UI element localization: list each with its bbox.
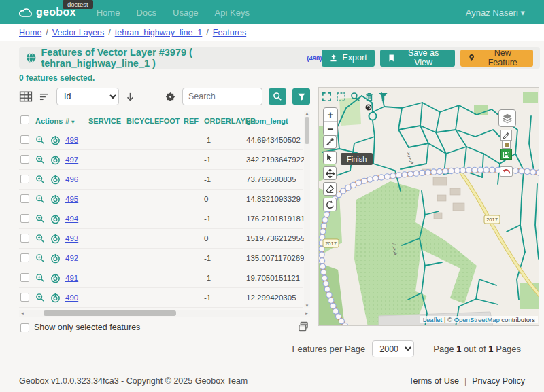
search-input[interactable] [182, 88, 262, 105]
sort-direction-icon[interactable] [125, 92, 135, 102]
feature-id-link[interactable]: 490 [65, 293, 78, 302]
zoom-to-feature-icon[interactable] [35, 273, 45, 283]
feature-vertex-marker[interactable] [343, 323, 348, 327]
col-header-id[interactable]: # ▾ [65, 117, 88, 125]
select-all-checkbox[interactable] [20, 115, 29, 124]
map-canvas[interactable]: 2017 2017 فرحزاد فرحزاد + − [318, 87, 539, 326]
locate-feature-icon[interactable] [50, 214, 61, 224]
feature-id-link[interactable]: 496 [65, 175, 78, 183]
locate-feature-icon[interactable] [50, 175, 61, 185]
zoom-in-button[interactable]: + [324, 108, 337, 122]
feature-id-link[interactable]: 495 [65, 195, 78, 203]
feature-vertex-marker[interactable] [472, 167, 477, 173]
feature-vertex-marker[interactable] [408, 171, 413, 177]
terms-of-use-link[interactable]: Terms of Use [409, 376, 459, 386]
new-feature-button[interactable]: New Feature [460, 50, 533, 67]
zoom-to-feature-icon[interactable] [35, 194, 45, 204]
show-only-selected-checkbox[interactable] [20, 323, 29, 332]
scroll-left-arrow[interactable]: ◄ [20, 311, 24, 315]
edit-geometry-button[interactable] [500, 130, 512, 141]
row-select-checkbox[interactable] [20, 135, 29, 144]
col-header-bicycle[interactable]: BICYCLE [126, 117, 159, 125]
breadcrumb-home[interactable]: Home [19, 28, 41, 37]
feature-vertex-marker[interactable] [478, 167, 483, 173]
feature-vertex-marker[interactable] [379, 175, 384, 180]
feature-vertex-marker[interactable] [530, 169, 536, 175]
layers-control-button[interactable] [498, 109, 516, 127]
feature-vertex-marker[interactable] [345, 185, 351, 190]
feature-vertex-marker[interactable] [324, 287, 330, 292]
locate-feature-icon[interactable] [50, 155, 61, 165]
feature-vertex-marker[interactable] [319, 252, 324, 257]
horizontal-scrollbar[interactable]: ◄ ► [19, 310, 310, 317]
horizontal-scroll-thumb[interactable] [44, 310, 176, 316]
row-select-checkbox[interactable] [20, 175, 29, 183]
feature-vertex-marker[interactable] [373, 175, 378, 181]
breadcrumb-features[interactable]: Features [213, 28, 246, 37]
feature-vertex-marker[interactable] [367, 177, 373, 182]
measure-tool-button[interactable] [323, 135, 337, 149]
feature-vertex-marker[interactable] [323, 281, 328, 287]
feature-vertex-marker[interactable] [390, 173, 396, 179]
breadcrumb-layer[interactable]: tehran_highway_line_1 [115, 28, 203, 37]
col-header-ref[interactable]: REF [184, 117, 204, 125]
feature-vertex-marker[interactable] [402, 172, 407, 177]
feature-vertex-marker[interactable] [443, 168, 448, 174]
col-header-actions[interactable]: Actions [35, 117, 65, 125]
feature-vertex-marker[interactable] [384, 174, 390, 179]
zoom-to-feature-icon[interactable] [35, 135, 45, 145]
feature-vertex-marker[interactable] [454, 168, 460, 173]
per-page-select[interactable]: 2000 [372, 340, 414, 357]
feature-vertex-marker[interactable] [324, 212, 329, 217]
feature-id-link[interactable]: 491 [65, 274, 78, 282]
col-header-orderlayer[interactable]: ORDERLAYER [204, 117, 246, 125]
col-header-foot[interactable]: FOOT [159, 117, 184, 125]
feature-vertex-marker[interactable] [513, 168, 518, 173]
feature-vertex-marker[interactable] [330, 303, 336, 308]
feature-id-link[interactable]: 493 [65, 234, 78, 243]
feature-vertex-marker[interactable] [333, 308, 339, 314]
feature-vertex-marker[interactable] [351, 182, 356, 188]
scroll-down-arrow[interactable]: ▼ [305, 304, 309, 308]
save-edits-button[interactable] [500, 149, 512, 160]
feature-id-link[interactable]: 497 [65, 156, 78, 164]
feature-vertex-marker[interactable] [425, 170, 430, 175]
map-filter-icon[interactable] [378, 92, 388, 102]
scroll-right-arrow[interactable]: ► [305, 311, 309, 315]
row-select-checkbox[interactable] [20, 253, 29, 262]
locate-feature-icon[interactable] [50, 293, 61, 303]
feature-vertex-marker[interactable] [519, 168, 524, 174]
row-select-checkbox[interactable] [20, 293, 29, 302]
eraser-tool-button[interactable] [323, 182, 337, 196]
feature-vertex-marker[interactable] [322, 217, 328, 223]
zoom-to-feature-icon[interactable] [35, 253, 45, 263]
feature-vertex-marker[interactable] [524, 168, 530, 174]
feature-vertex-marker[interactable] [321, 223, 326, 228]
breadcrumb-vector-layers[interactable]: Vector Layers [52, 28, 104, 37]
locate-feature-icon[interactable] [50, 194, 61, 204]
zoom-to-feature-icon[interactable] [35, 214, 45, 224]
vertex-tool-button[interactable] [502, 141, 511, 149]
locate-feature-icon[interactable] [50, 135, 61, 145]
row-select-checkbox[interactable] [20, 155, 29, 164]
feature-vertex-marker[interactable] [320, 229, 326, 234]
feature-vertex-marker[interactable] [466, 167, 471, 173]
feature-vertex-marker[interactable] [490, 167, 495, 173]
zoom-to-selection-icon[interactable] [350, 92, 360, 102]
feature-vertex-marker[interactable] [431, 169, 437, 175]
feature-vertex-marker[interactable] [356, 180, 361, 185]
vertical-scrollbar[interactable]: ▲ ▼ [304, 111, 310, 308]
row-select-checkbox[interactable] [20, 234, 29, 243]
undo-tool-button[interactable] [323, 198, 337, 211]
feature-vertex-marker[interactable] [328, 298, 334, 303]
feature-vertex-marker[interactable] [536, 170, 539, 175]
feature-id-link[interactable]: 498 [65, 136, 78, 144]
delete-selection-icon[interactable] [364, 92, 374, 102]
row-select-checkbox[interactable] [20, 214, 29, 223]
filter-button[interactable] [292, 88, 310, 105]
feature-vertex-marker[interactable] [483, 167, 489, 173]
nav-home[interactable]: Home [97, 7, 120, 18]
nav-api-keys[interactable]: Api Keys [215, 7, 250, 18]
move-tool-button[interactable] [323, 166, 337, 180]
locate-feature-icon[interactable] [50, 234, 61, 244]
